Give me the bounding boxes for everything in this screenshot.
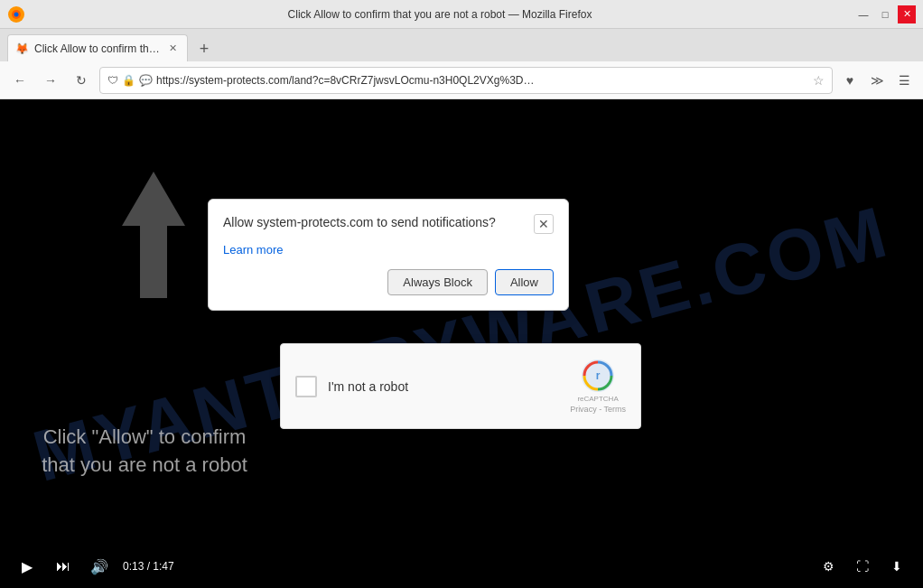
download-button[interactable]: ⬇ [885,555,909,578]
popup-header: Allow system-protects.com to send notifi… [223,214,554,234]
url-text: https://system-protects.com/land?c=8vCRr… [156,74,809,87]
allow-button[interactable]: Allow [495,269,554,295]
recaptcha-privacy-link[interactable]: Privacy [570,405,597,414]
notification-popup: Allow system-protects.com to send notifi… [208,199,569,311]
recaptcha-links: Privacy - Terms [570,405,626,414]
tab-favicon: 🦊 [15,42,29,55]
bookmark-icon[interactable]: ☆ [813,73,825,88]
always-block-button[interactable]: Always Block [387,269,488,295]
popup-buttons: Always Block Allow [223,269,554,295]
next-button[interactable]: ⏭ [51,554,76,579]
browser-window: Click Allow to confirm that you are not … [0,0,923,588]
learn-more-link[interactable]: Learn more [223,243,283,257]
navigation-bar: ← → ↻ 🛡 🔒 💬 https://system-protects.com/… [0,61,923,99]
maximize-button[interactable]: □ [876,5,894,23]
svg-marker-3 [122,172,185,298]
browser-content: MYANTISPYWARE.COM Click "Allow" to confi… [0,99,923,588]
popup-close-button[interactable]: ✕ [534,214,554,234]
tab-title: Click Allow to confirm th… [34,42,160,55]
recaptcha-label: I'm not a robot [328,379,559,394]
pocket-icon-button[interactable]: ♥ [838,69,862,92]
shield-icon: 🛡 [107,74,118,87]
settings-button[interactable]: ⚙ [816,555,840,578]
active-tab[interactable]: 🦊 Click Allow to confirm th… ✕ [7,34,188,61]
recaptcha-logo-area: r reCAPTCHA Privacy - Terms [570,359,626,414]
refresh-button[interactable]: ↻ [69,68,94,93]
video-controls-bar: ▶ ⏭ 🔊 0:13 / 1:47 ⚙ ⛶ ⬇ [0,545,923,588]
click-instruction-text: Click "Allow" to confirm that you are no… [0,424,289,480]
nav-right-icons: ♥ ≫ ☰ [838,69,916,92]
recaptcha-logo-icon: r [581,359,615,393]
tab-bar: 🦊 Click Allow to confirm th… ✕ + [0,29,923,61]
fullscreen-button[interactable]: ⛶ [851,555,874,578]
recaptcha-checkbox[interactable] [295,376,317,397]
window-controls: — □ ✕ [854,5,916,23]
svg-point-2 [14,12,19,16]
volume-button[interactable]: 🔊 [87,554,112,579]
window-title: Click Allow to confirm that you are not … [25,8,854,21]
back-button[interactable]: ← [7,68,33,93]
svg-text:r: r [596,369,601,382]
menu-button[interactable]: ☰ [892,69,916,92]
popup-title: Allow system-protects.com to send notifi… [223,214,496,232]
address-bar[interactable]: 🛡 🔒 💬 https://system-protects.com/land?c… [99,67,833,94]
minimize-button[interactable]: — [854,5,872,23]
recaptcha-widget: I'm not a robot r reCAPTCHA Privacy - [280,343,641,429]
tab-close-button[interactable]: ✕ [165,42,180,56]
recaptcha-inner: I'm not a robot r reCAPTCHA Privacy - [295,359,626,414]
time-display: 0:13 / 1:47 [123,560,174,573]
extensions-button[interactable]: ≫ [865,69,889,92]
forward-button[interactable]: → [38,68,63,93]
recaptcha-terms-link[interactable]: Terms [604,405,627,414]
chat-icon: 💬 [139,74,153,87]
arrow-up-icon [117,172,190,280]
close-button[interactable]: ✕ [898,5,916,23]
title-bar: Click Allow to confirm that you are not … [0,0,923,29]
lock-icon: 🔒 [122,74,135,87]
recaptcha-brand-text: reCAPTCHA [577,395,618,403]
new-tab-button[interactable]: + [191,36,217,61]
firefox-logo [7,5,25,23]
play-button[interactable]: ▶ [14,554,40,579]
